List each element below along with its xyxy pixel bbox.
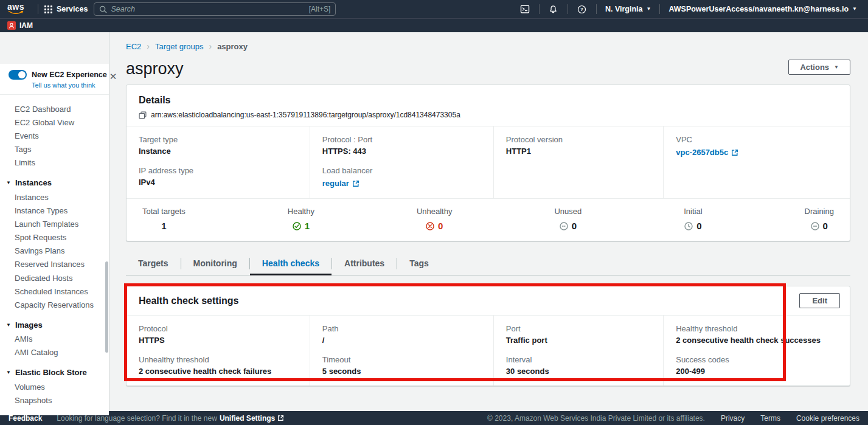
field-value: 2 consecutive health check successes xyxy=(676,336,838,345)
sidebar-item-ec2-global-view[interactable]: EC2 Global View xyxy=(0,116,109,129)
sidebar-item-instances[interactable]: Instances xyxy=(0,190,109,204)
field-value: 5 seconds xyxy=(322,367,481,376)
chevron-down-icon: ▼ xyxy=(834,65,839,70)
tab-tags[interactable]: Tags xyxy=(397,252,441,275)
tab-bar: Targets Monitoring Health checks Attribu… xyxy=(126,252,850,275)
top-navigation-bar: aws Services [Alt+S] ? xyxy=(0,0,868,18)
breadcrumb-current: asproxy xyxy=(217,42,248,51)
global-search-box[interactable]: [Alt+S] xyxy=(94,2,336,16)
field-vpc: VPC vpc-2657db5c xyxy=(676,135,838,157)
sidebar-item-volumes[interactable]: Volumes xyxy=(0,380,109,393)
sidebar-item-limits[interactable]: Limits xyxy=(0,156,109,170)
edit-button[interactable]: Edit xyxy=(799,293,840,308)
sidebar-section-instances[interactable]: ▼ Instances xyxy=(0,175,109,190)
actions-button[interactable]: Actions ▼ xyxy=(788,60,850,75)
region-label: N. Virginia xyxy=(605,5,643,13)
chevron-right-icon: › xyxy=(147,41,150,51)
sidebar-section-images[interactable]: ▼ Images xyxy=(0,317,109,333)
field-value: 200-499 xyxy=(676,367,838,376)
field-label: Unhealthy threshold xyxy=(139,355,297,364)
favorite-iam[interactable]: IAM xyxy=(7,21,33,30)
close-icon[interactable]: ✕ xyxy=(107,70,117,82)
field-value: Instance xyxy=(139,147,297,156)
cloudshell-icon[interactable] xyxy=(517,3,533,15)
external-link-icon xyxy=(731,149,738,156)
sidebar-item-snapshots[interactable]: Snapshots xyxy=(0,393,109,407)
tell-us-link[interactable]: Tell us what you think xyxy=(32,81,107,89)
notifications-bell-icon[interactable] xyxy=(546,3,561,15)
tab-targets[interactable]: Targets xyxy=(126,252,181,275)
sidebar-item-launch-templates[interactable]: Launch Templates xyxy=(0,217,109,230)
tab-health-checks[interactable]: Health checks xyxy=(250,252,332,275)
sidebar-section-label: Images xyxy=(15,320,43,330)
stat-value: 0 xyxy=(823,221,828,231)
field-label: Load balancer xyxy=(322,166,481,175)
stat-draining: Draining 0 xyxy=(805,207,834,231)
sidebar-item-spot-requests[interactable]: Spot Requests xyxy=(0,231,109,244)
field-label: Success codes xyxy=(676,355,838,364)
details-title: Details xyxy=(139,94,838,106)
field-load-balancer: Load balancer regular xyxy=(322,166,481,188)
sidebar-item-reserved-instances[interactable]: Reserved Instances xyxy=(0,258,109,271)
sidebar-item-amis[interactable]: AMIs xyxy=(0,333,109,346)
main-content: EC2 › Target groups › asproxy asproxy Ac… xyxy=(109,32,868,411)
circle-check-icon xyxy=(293,222,301,230)
aws-smile-icon xyxy=(8,10,24,15)
sidebar-item-scheduled-instances[interactable]: Scheduled Instances xyxy=(0,285,109,298)
field-target-type: Target type Instance xyxy=(139,135,297,156)
new-ec2-experience-panel: New EC2 Experience Tell us what you thin… xyxy=(0,64,109,95)
breadcrumb-ec2[interactable]: EC2 xyxy=(126,42,141,51)
privacy-link[interactable]: Privacy xyxy=(721,414,745,423)
sidebar-scrollbar[interactable] xyxy=(105,261,108,353)
stat-label: Draining xyxy=(805,207,834,216)
field-protocol-version: Protocol version HTTP1 xyxy=(506,135,651,156)
account-menu[interactable]: AWSPowerUserAccess/navaneeth.kn@harness.… xyxy=(666,5,859,13)
sidebar-item-ami-catalog[interactable]: AMI Catalog xyxy=(0,346,109,359)
sidebar-item-events[interactable]: Events xyxy=(0,129,109,142)
sidebar: New EC2 Experience Tell us what you thin… xyxy=(0,32,109,411)
help-icon[interactable]: ? xyxy=(574,3,590,15)
chevron-right-icon: › xyxy=(209,41,212,51)
sidebar-section-label: Elastic Block Store xyxy=(15,368,87,377)
field-label: IP address type xyxy=(139,166,297,175)
sidebar-item-savings-plans[interactable]: Savings Plans xyxy=(0,244,109,258)
new-experience-toggle[interactable] xyxy=(9,70,27,80)
region-selector[interactable]: N. Virginia ▼ xyxy=(603,5,654,13)
sidebar-item-dedicated-hosts[interactable]: Dedicated Hosts xyxy=(0,271,109,285)
vpc-link[interactable]: vpc-2657db5c xyxy=(676,148,738,157)
stat-unhealthy: Unhealthy 0 xyxy=(417,207,453,231)
chevron-down-icon: ▼ xyxy=(6,180,11,185)
tab-attributes[interactable]: Attributes xyxy=(332,252,397,275)
field-label: Protocol xyxy=(139,324,297,333)
health-check-column-3: Port Traffic port Interval 30 seconds xyxy=(493,316,663,385)
health-check-column-2: Path / Timeout 5 seconds xyxy=(310,316,493,385)
aws-logo[interactable]: aws xyxy=(7,3,24,15)
field-hc-protocol: Protocol HTTPS xyxy=(139,324,297,345)
sidebar-section-label: Instances xyxy=(15,178,52,187)
sidebar-item-tags[interactable]: Tags xyxy=(0,143,109,156)
health-check-column-4: Healthy threshold 2 consecutive health c… xyxy=(663,316,850,385)
services-menu-button[interactable]: Services xyxy=(44,5,88,13)
details-column-4: VPC vpc-2657db5c xyxy=(663,126,850,198)
cookie-preferences-link[interactable]: Cookie preferences xyxy=(796,414,859,423)
stat-value: 0 xyxy=(438,221,443,231)
search-input[interactable] xyxy=(111,5,305,13)
breadcrumb-target-groups[interactable]: Target groups xyxy=(155,42,204,51)
new-experience-title: New EC2 Experience xyxy=(32,71,107,79)
sidebar-item-capacity-reservations[interactable]: Capacity Reservations xyxy=(0,298,109,311)
sidebar-section-elastic-block-store[interactable]: ▼ Elastic Block Store xyxy=(0,365,109,380)
field-label: Interval xyxy=(506,355,651,364)
field-unhealthy-threshold: Unhealthy threshold 2 consecutive health… xyxy=(139,355,297,376)
tab-monitoring[interactable]: Monitoring xyxy=(181,252,249,275)
copy-icon[interactable] xyxy=(139,111,147,119)
external-link-icon xyxy=(277,415,284,421)
stat-value: 1 xyxy=(161,221,166,231)
chevron-down-icon: ▼ xyxy=(852,7,857,12)
unified-settings-link[interactable]: Unified Settings xyxy=(220,414,284,423)
search-shortcut: [Alt+S] xyxy=(309,5,331,13)
health-check-settings-card: Health check settings Edit Protocol HTTP… xyxy=(126,286,850,386)
load-balancer-link[interactable]: regular xyxy=(322,179,359,188)
terms-link[interactable]: Terms xyxy=(760,414,780,423)
sidebar-item-ec2-dashboard[interactable]: EC2 Dashboard xyxy=(0,102,109,116)
sidebar-item-instance-types[interactable]: Instance Types xyxy=(0,204,109,217)
